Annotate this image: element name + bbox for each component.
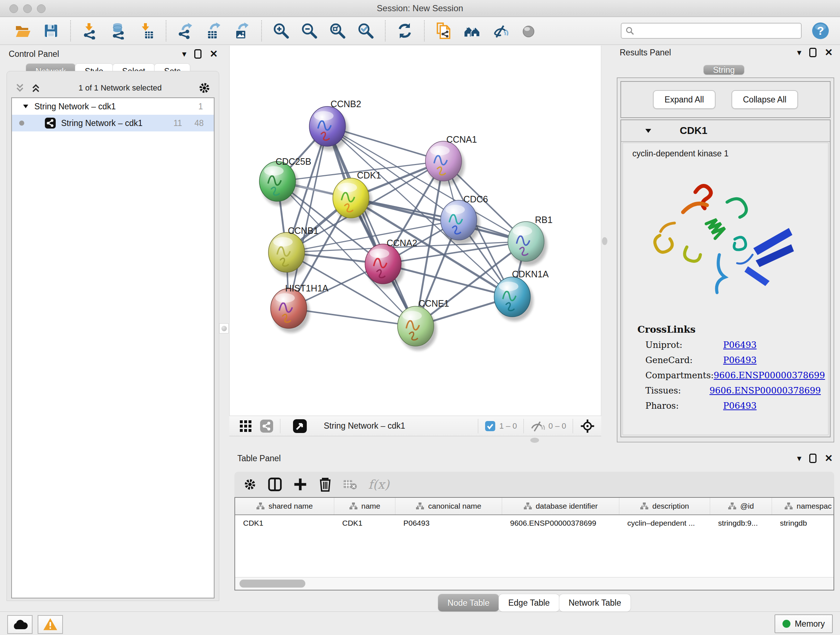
homes-icon[interactable]	[463, 21, 482, 40]
zoom-out-icon[interactable]	[300, 21, 319, 40]
zoom-fit-icon[interactable]	[328, 21, 347, 40]
table-panel-float-icon[interactable]	[809, 454, 816, 463]
tab-edge-table[interactable]: Edge Table	[499, 594, 559, 611]
hide-eye-icon[interactable]	[491, 21, 510, 40]
table-row[interactable]: CDK1CDK1P064939606.ENSP00000378699cyclin…	[235, 515, 834, 531]
tab-network-table[interactable]: Network Table	[559, 594, 630, 611]
table-cell-canonical-name[interactable]: P06493	[395, 515, 502, 531]
control-panel-float-icon[interactable]	[194, 49, 202, 59]
delete-column-icon[interactable]	[318, 477, 332, 492]
gene-section-header[interactable]: CDK1	[621, 120, 830, 142]
zoom-selected-icon[interactable]	[356, 21, 375, 40]
zoom-in-icon[interactable]	[272, 21, 291, 40]
network-row[interactable]: String Network – cdk1 11 48	[12, 115, 214, 131]
export-table-icon[interactable]	[204, 21, 223, 40]
results-panel-close-icon[interactable]: ✕	[824, 47, 833, 58]
section-expander-icon[interactable]	[645, 128, 652, 134]
table-cell--id[interactable]: stringdb:9...	[710, 515, 772, 531]
import-network-database-icon[interactable]	[109, 21, 128, 40]
network-collection-row[interactable]: String Network – cdk1 1	[12, 98, 214, 115]
table-cell-name[interactable]: CDK1	[334, 515, 395, 531]
network-options-gear-icon[interactable]	[198, 81, 211, 95]
hidden-eye-icon[interactable]	[531, 420, 545, 432]
network-node-rb1[interactable]	[508, 222, 547, 266]
crosslinks-section: CrossLinks Uniprot:P06493 GeneCard:P0649…	[638, 324, 821, 411]
refresh-icon[interactable]	[395, 21, 414, 40]
table-horizontal-scrollbar[interactable]	[235, 577, 834, 590]
column-header-namespac[interactable]: namespac	[772, 498, 834, 515]
column-header--id[interactable]: @id	[710, 498, 772, 515]
table-panel-close-icon[interactable]: ✕	[824, 453, 833, 464]
export-image-icon[interactable]	[233, 21, 251, 40]
memory-button[interactable]: Memory	[775, 614, 833, 633]
scrollbar-thumb[interactable]	[240, 580, 305, 587]
collapse-all-icon[interactable]	[14, 82, 27, 93]
column-header-name[interactable]: name	[334, 498, 395, 515]
birdseye-toggle-icon[interactable]	[293, 419, 307, 433]
collapse-all-button[interactable]: Collapse All	[731, 90, 798, 109]
network-node-hist1h1a[interactable]	[271, 288, 309, 333]
show-eye-icon[interactable]	[519, 21, 538, 40]
function-builder-icon[interactable]: f(x)	[368, 477, 389, 492]
grid-view-icon[interactable]	[239, 419, 253, 433]
delete-table-icon[interactable]	[343, 478, 357, 490]
crosslink-uniprot-link[interactable]: P06493	[723, 340, 757, 350]
column-header-shared-name[interactable]: shared name	[235, 498, 334, 515]
table-cell-database-identifier[interactable]: 9606.ENSP00000378699	[502, 515, 619, 531]
string-document-icon[interactable]	[434, 21, 453, 40]
fit-selected-crosshair-icon[interactable]	[579, 418, 595, 434]
network-edge-ccnb2-ccne1[interactable]	[327, 126, 416, 326]
search-box[interactable]	[621, 23, 802, 39]
node-table: shared namenamecanonical namedatabase id…	[234, 497, 834, 591]
network-node-ccna1[interactable]	[425, 141, 464, 185]
table-cell-description[interactable]: cyclin–dependent ...	[619, 515, 710, 531]
network-edge-ccnb2-hist1h1a[interactable]	[289, 126, 327, 309]
left-splitter-handle[interactable]	[219, 323, 229, 333]
network-node-cdk1[interactable]	[333, 178, 372, 222]
import-table-file-icon[interactable]	[137, 21, 156, 40]
warnings-button[interactable]	[38, 615, 63, 634]
search-input[interactable]	[635, 26, 791, 36]
column-header-description[interactable]: description	[619, 498, 710, 515]
tab-string[interactable]: String	[704, 65, 744, 74]
network-view[interactable]: CCNB2CCNA1CDC25BCDK1CDC6RB1CCNB1CCNA2CDK…	[229, 46, 601, 416]
export-network-icon[interactable]	[176, 21, 195, 40]
crosslink-compartments-link[interactable]: 9606.ENSP00000378699	[714, 371, 825, 380]
results-panel-float-icon[interactable]	[809, 48, 816, 57]
crosslink-pharos-link[interactable]: P06493	[723, 401, 757, 411]
crosslink-tissues-link[interactable]: 9606.ENSP00000378699	[709, 386, 821, 396]
network-node-cdc25b[interactable]	[259, 162, 298, 206]
network-thumbnail-icon[interactable]	[260, 419, 273, 433]
control-panel-close-icon[interactable]: ✕	[210, 49, 218, 59]
selected-checkbox-icon[interactable]	[485, 421, 496, 432]
network-node-ccne1[interactable]	[398, 306, 437, 350]
column-header-canonical-name[interactable]: canonical name	[395, 498, 502, 515]
right-splitter-handle[interactable]	[602, 237, 607, 245]
node-label-hist1h1a: HIST1H1A	[285, 283, 328, 293]
crosslink-genecard-link[interactable]: P06493	[723, 355, 757, 365]
tree-expander-icon[interactable]	[23, 104, 28, 109]
save-session-icon[interactable]	[42, 21, 60, 40]
show-columns-icon[interactable]	[268, 477, 282, 492]
column-header-database-identifier[interactable]: database identifier	[502, 498, 619, 515]
table-cell-shared-name[interactable]: CDK1	[235, 515, 334, 531]
cloud-button[interactable]	[7, 615, 33, 634]
network-node-cdkn1a[interactable]	[494, 277, 533, 321]
network-node-ccna2[interactable]	[365, 244, 404, 288]
network-node-cdc6[interactable]	[441, 200, 480, 244]
create-column-icon[interactable]	[293, 477, 308, 492]
network-node-ccnb2[interactable]	[309, 106, 348, 150]
help-button[interactable]: ?	[811, 21, 830, 40]
node-label-cdc25b: CDC25B	[276, 157, 311, 166]
tab-node-table[interactable]: Node Table	[438, 594, 499, 611]
expand-all-button[interactable]: Expand All	[653, 90, 715, 109]
table-cell-namespac[interactable]: stringdb	[772, 515, 834, 531]
control-panel-menu-icon[interactable]: ▾	[182, 49, 186, 59]
results-panel-menu-icon[interactable]: ▾	[797, 47, 801, 58]
import-network-file-icon[interactable]	[81, 21, 99, 40]
table-panel-menu-icon[interactable]: ▾	[797, 453, 801, 464]
open-file-icon[interactable]	[13, 21, 32, 40]
table-options-gear-icon[interactable]	[243, 478, 257, 491]
bottom-splitter-handle[interactable]	[531, 438, 539, 443]
expand-all-icon[interactable]	[30, 82, 42, 93]
